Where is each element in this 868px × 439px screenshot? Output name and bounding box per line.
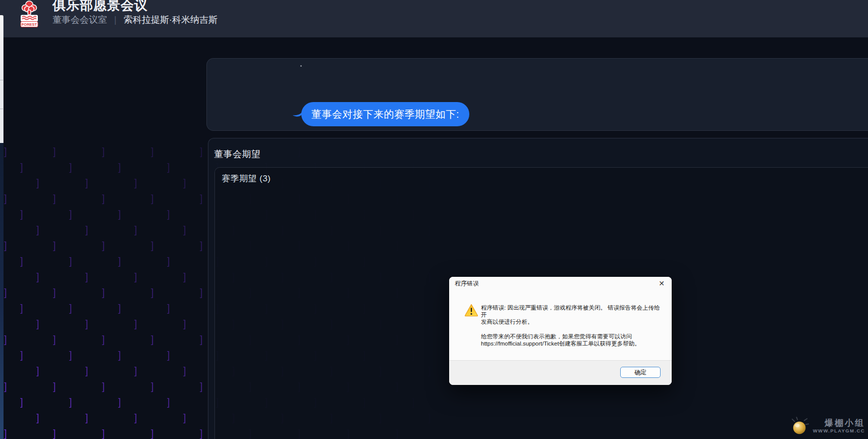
scrollbar-divider xyxy=(0,80,3,80)
scroll-indicator-dot xyxy=(300,65,302,67)
logo-forest-text: FOREST xyxy=(22,22,37,27)
error-message: 程序错误: 因出现严重错误，游戏程序将被关闭。 错误报告将会上传给开 发商以便进… xyxy=(481,304,664,347)
chat-bubble-text: 董事会对接下来的赛季期望如下: xyxy=(311,108,459,121)
watermark-texts: 爆棚小组 WWW.PLAYGM.CC xyxy=(813,419,865,433)
warning-icon xyxy=(464,303,478,317)
error-dialog: 程序错误 ✕ 程序错误: 因出现严重错误，游戏程序将被关闭。 错误报告将会上传给… xyxy=(449,277,672,385)
background-window-edge xyxy=(0,143,4,439)
scrollbar-divider xyxy=(0,109,3,109)
error-message-line: 发商以便进行分析。 xyxy=(481,318,664,325)
watermark-name: 爆棚小组 xyxy=(825,419,865,428)
error-message-line: https://fmofficial.support/Ticket创建客服工单以… xyxy=(481,340,664,347)
header-bar: FOREST 俱乐部愿景会议 董事会会议室 | 索科拉提斯·科米纳吉斯 xyxy=(0,0,868,37)
chat-bubble: 董事会对接下来的赛季期望如下: xyxy=(301,102,469,126)
watermark-url: WWW.PLAYGM.CC xyxy=(813,428,865,433)
error-dialog-titlebar[interactable]: 程序错误 ✕ xyxy=(449,277,672,290)
conversation-panel: 董事会对接下来的赛季期望如下: xyxy=(206,58,868,131)
error-message-line: 给您带来的不便我们表示抱歉，如果您觉得有需要可以访问 xyxy=(481,333,664,340)
breadcrumb: 董事会会议室 | 索科拉提斯·科米纳吉斯 xyxy=(52,14,218,26)
board-expectations-title: 董事会期望 xyxy=(214,148,261,160)
watermark: 爆棚小组 WWW.PLAYGM.CC xyxy=(790,416,865,435)
screen: ] ] ] xyxy=(0,0,868,439)
error-message-line: 程序错误: 因出现严重错误，游戏程序将被关闭。 错误报告将会上传给开 xyxy=(481,304,664,318)
error-dialog-title: 程序错误 xyxy=(455,277,479,290)
watermark-ball-icon xyxy=(790,416,809,435)
close-icon[interactable]: ✕ xyxy=(656,278,668,288)
subtitle-divider: | xyxy=(114,14,117,25)
error-dialog-footer: 确定 xyxy=(449,360,672,385)
background-window-scrollbar[interactable] xyxy=(0,15,4,143)
chairman-name: 索科拉提斯·科米纳吉斯 xyxy=(124,14,218,26)
ok-button[interactable]: 确定 xyxy=(620,367,661,378)
page-title: 俱乐部愿景会议 xyxy=(52,0,148,14)
club-crest-logo: FOREST xyxy=(19,1,39,28)
season-expectations-title: 赛季期望 (3) xyxy=(222,173,271,184)
meeting-room-label: 董事会会议室 xyxy=(52,14,107,26)
